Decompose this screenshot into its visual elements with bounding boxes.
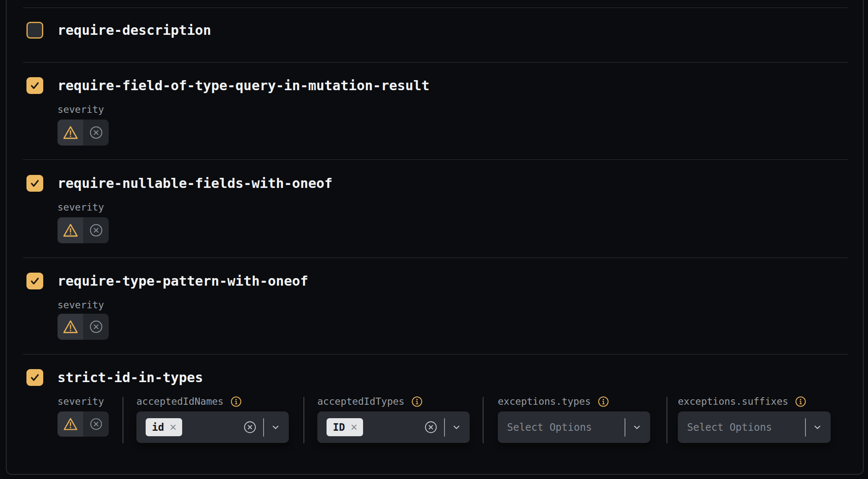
column-divider	[483, 397, 484, 443]
rule-name: strict-id-in-types	[58, 369, 203, 386]
tag-remove-icon[interactable]	[170, 424, 177, 431]
warning-triangle-icon	[62, 223, 79, 238]
tag-label: ID	[333, 422, 345, 432]
severity-warn-button[interactable]	[58, 314, 83, 340]
option-label-row: acceptedIdTypes	[317, 396, 423, 407]
select-separator	[444, 418, 445, 437]
warning-triangle-icon	[62, 125, 79, 140]
clear-icon[interactable]	[424, 421, 437, 434]
column-divider	[303, 397, 304, 443]
severity-off-button[interactable]	[83, 120, 109, 146]
severity-toggle	[58, 411, 109, 437]
severity-label: severity	[58, 104, 104, 115]
rule-name: require-type-pattern-with-oneof	[58, 273, 308, 289]
info-icon[interactable]	[411, 396, 423, 407]
chevron-down-icon[interactable]	[452, 422, 461, 432]
option-label-row: exceptions.types	[498, 396, 609, 407]
chevron-down-icon[interactable]	[632, 422, 642, 432]
accepted-id-names-select[interactable]: id	[136, 411, 289, 443]
rule-name: require-nullable-fields-with-oneof	[58, 175, 332, 192]
column-divider	[667, 397, 667, 443]
info-icon[interactable]	[795, 396, 806, 407]
select-separator	[263, 418, 264, 437]
option-label-row: exceptions.suffixes	[678, 396, 806, 407]
select-placeholder: Select Options	[507, 422, 592, 433]
check-icon	[29, 80, 40, 91]
severity-label: severity	[58, 201, 104, 213]
select-separator	[625, 418, 625, 437]
row-divider	[23, 62, 848, 62]
severity-off-button[interactable]	[83, 314, 109, 340]
option-label: exceptions.suffixes	[678, 396, 788, 407]
severity-toggle	[58, 120, 109, 146]
circle-x-icon	[89, 417, 103, 431]
rule-name: require-field-of-type-query-in-mutation-…	[58, 77, 429, 94]
selected-tag: id	[146, 418, 182, 436]
row-divider	[23, 8, 848, 8]
clear-icon[interactable]	[243, 421, 256, 434]
circle-x-icon	[89, 320, 103, 334]
severity-warn-button[interactable]	[58, 217, 83, 243]
check-icon	[29, 178, 40, 189]
rule-checkbox-require-nullable-fields-with-oneof[interactable]	[26, 175, 43, 192]
severity-toggle	[58, 314, 109, 340]
tag-label: id	[152, 422, 164, 432]
check-icon	[29, 372, 40, 383]
rule-name: require-description	[58, 22, 211, 39]
row-divider	[23, 159, 848, 160]
rule-checkbox-require-type-pattern-with-oneof[interactable]	[26, 273, 43, 289]
severity-off-button[interactable]	[83, 217, 109, 243]
severity-label: severity	[58, 299, 104, 311]
option-label: exceptions.types	[498, 396, 591, 407]
column-divider	[123, 397, 123, 443]
option-label: acceptedIdTypes	[317, 396, 405, 407]
tag-remove-icon[interactable]	[350, 424, 358, 431]
option-label-row: acceptedIdNames	[136, 396, 242, 407]
rule-checkbox-strict-id-in-types[interactable]	[26, 369, 43, 386]
rules-settings-page: require-description require-field-of-typ…	[0, 0, 868, 479]
select-placeholder: Select Options	[687, 422, 772, 433]
row-divider	[23, 258, 848, 258]
rule-checkbox-require-description[interactable]	[26, 22, 43, 39]
chevron-down-icon[interactable]	[271, 422, 280, 432]
warning-triangle-icon	[62, 319, 79, 334]
warning-triangle-icon	[63, 417, 78, 431]
circle-x-icon	[89, 223, 103, 237]
selected-tag: ID	[327, 418, 363, 436]
option-label: acceptedIdNames	[136, 396, 224, 407]
accepted-id-types-select[interactable]: ID	[317, 411, 470, 443]
chevron-down-icon[interactable]	[813, 422, 822, 432]
circle-x-icon	[89, 125, 103, 140]
severity-label: severity	[58, 396, 104, 407]
severity-off-button[interactable]	[83, 411, 109, 437]
info-icon[interactable]	[230, 396, 242, 407]
check-icon	[29, 276, 40, 286]
info-icon[interactable]	[598, 396, 609, 407]
select-separator	[805, 418, 806, 437]
exceptions-types-select[interactable]: Select Options	[498, 411, 650, 443]
severity-warn-button[interactable]	[58, 411, 83, 437]
exceptions-suffixes-select[interactable]: Select Options	[678, 411, 831, 443]
severity-toggle	[58, 217, 109, 243]
row-divider	[23, 354, 848, 354]
rule-checkbox-require-field-of-type-query-in-mutation-result[interactable]	[26, 77, 43, 94]
severity-warn-button[interactable]	[58, 120, 83, 146]
